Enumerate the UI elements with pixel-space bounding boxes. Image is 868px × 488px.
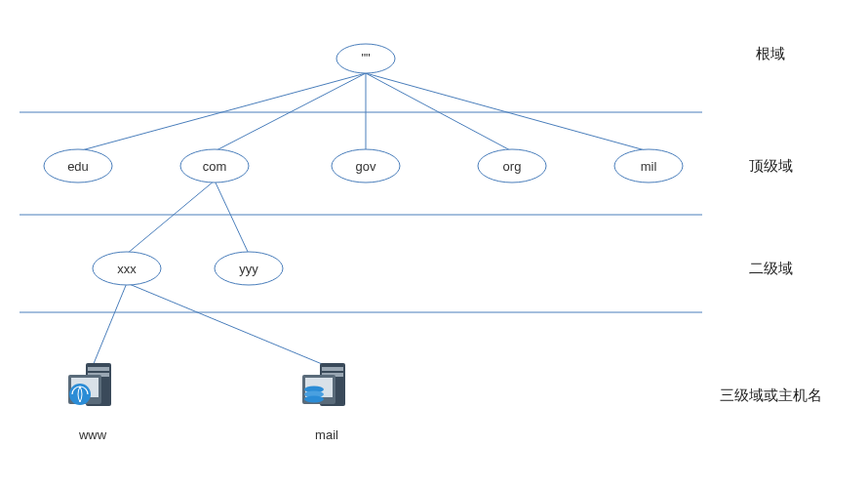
- second-label: yyy: [239, 262, 258, 276]
- tld-label: com: [203, 159, 227, 174]
- tld-label: org: [503, 159, 522, 174]
- server-www-icon: [68, 363, 111, 406]
- svg-point-21: [304, 396, 324, 403]
- server-mail-icon: [302, 363, 345, 406]
- level-label: 三级域或主机名: [720, 386, 822, 403]
- edge: [93, 283, 127, 366]
- level-label: 二级域: [749, 260, 793, 276]
- tld-label: edu: [67, 159, 89, 174]
- second-node-yyy: yyy: [215, 252, 283, 285]
- tld-label: gov: [356, 159, 376, 174]
- tld-node-com: com: [180, 149, 249, 183]
- host-label: www: [78, 427, 107, 442]
- edge: [127, 283, 327, 366]
- dns-hierarchy-diagram: "" edu com gov org mil xxx yyy: [0, 0, 868, 488]
- second-label: xxx: [117, 262, 137, 276]
- tld-node-gov: gov: [332, 149, 400, 183]
- root-label: "": [361, 51, 371, 65]
- edge: [215, 181, 249, 254]
- tld-node-org: org: [478, 149, 546, 183]
- host-label: mail: [315, 427, 338, 442]
- tld-node-mil: mil: [614, 149, 683, 183]
- level-label: 顶级域: [749, 157, 793, 174]
- second-node-xxx: xxx: [93, 252, 161, 285]
- tld-node-edu: edu: [44, 149, 112, 183]
- root-node: "": [336, 44, 395, 73]
- svg-rect-15: [322, 367, 343, 371]
- edge: [127, 181, 215, 254]
- level-label: 根域: [756, 45, 785, 61]
- tld-label: mil: [641, 159, 657, 174]
- svg-rect-9: [88, 367, 109, 371]
